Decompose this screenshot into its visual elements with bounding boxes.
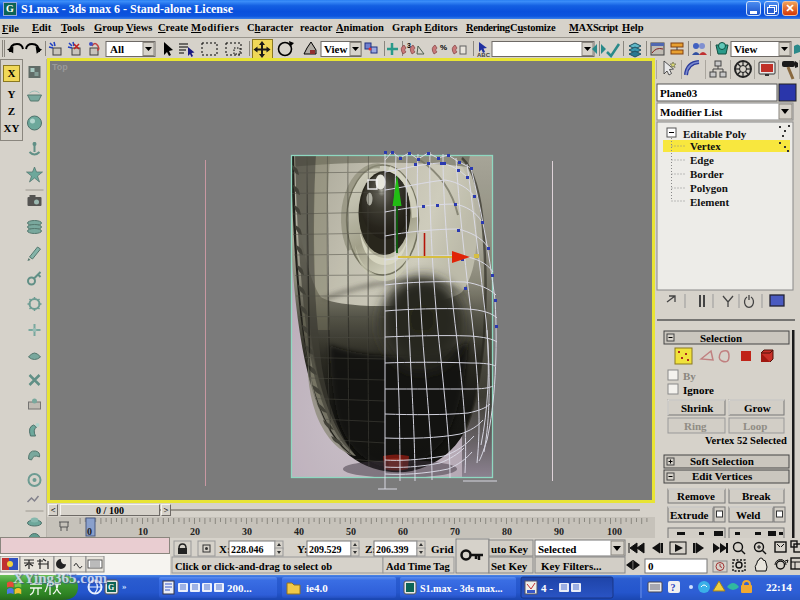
svg-text:Selection: Selection <box>700 332 742 344</box>
svg-text:70: 70 <box>450 526 460 537</box>
svg-text:Border: Border <box>690 168 724 180</box>
svg-text:0: 0 <box>87 526 92 537</box>
svg-text:Top: Top <box>52 62 68 72</box>
svg-text:0: 0 <box>648 560 654 572</box>
svg-text:Break: Break <box>742 490 771 502</box>
svg-text:G: G <box>108 583 114 592</box>
svg-text:ie4.0: ie4.0 <box>306 582 328 594</box>
svg-text:View: View <box>324 43 347 55</box>
svg-text:200...: 200... <box>227 582 252 594</box>
svg-text:Grow: Grow <box>744 402 771 414</box>
svg-text:Editable Poly: Editable Poly <box>683 128 747 140</box>
svg-text:50: 50 <box>346 526 356 537</box>
svg-text:209.529: 209.529 <box>309 544 342 555</box>
svg-text:Edit Vertices: Edit Vertices <box>692 470 753 482</box>
svg-text:%: % <box>440 43 447 52</box>
svg-text:Element: Element <box>690 196 729 208</box>
svg-text:228.046: 228.046 <box>231 544 264 555</box>
svg-text:206.399: 206.399 <box>376 544 409 555</box>
svg-text:4 -: 4 - <box>541 582 553 594</box>
svg-text:Remove: Remove <box>677 490 715 502</box>
svg-text:All: All <box>110 43 124 55</box>
svg-text:10: 10 <box>138 526 148 537</box>
svg-text:Polygon: Polygon <box>690 182 728 194</box>
svg-text:Soft Selection: Soft Selection <box>690 455 754 467</box>
svg-text:Weld: Weld <box>736 509 760 521</box>
svg-text:Plane03: Plane03 <box>660 87 698 99</box>
svg-text:»: » <box>122 581 127 591</box>
svg-text:Y:: Y: <box>297 543 308 555</box>
svg-text:22:14: 22:14 <box>766 581 792 593</box>
svg-text:80: 80 <box>502 526 512 537</box>
svg-text:By: By <box>683 370 696 382</box>
svg-text:Ring: Ring <box>684 420 707 432</box>
svg-text:View: View <box>734 43 757 55</box>
svg-text:Set Key: Set Key <box>491 560 528 572</box>
svg-text:uto Key: uto Key <box>491 543 528 555</box>
svg-text:30: 30 <box>242 526 252 537</box>
svg-text:100: 100 <box>607 526 622 537</box>
svg-text:Modifier List: Modifier List <box>660 106 723 118</box>
svg-text:Shrink: Shrink <box>681 402 714 414</box>
svg-text:Selected: Selected <box>538 543 576 555</box>
svg-text:Add Time Tag: Add Time Tag <box>386 561 451 572</box>
svg-text:60: 60 <box>398 526 408 537</box>
svg-text:Click or click-and-drag to sel: Click or click-and-drag to select ob <box>175 561 332 572</box>
svg-text:Loop: Loop <box>743 420 767 432</box>
svg-text:40: 40 <box>294 526 304 537</box>
svg-text:?: ? <box>671 582 676 593</box>
svg-text:90: 90 <box>554 526 564 537</box>
svg-text:Key Filters...: Key Filters... <box>541 560 602 572</box>
svg-text:Edge: Edge <box>690 154 714 166</box>
svg-text:S1.max - 3ds max...: S1.max - 3ds max... <box>420 583 503 594</box>
svg-text:Ignore: Ignore <box>683 384 714 396</box>
svg-text:Extrude: Extrude <box>670 509 709 521</box>
svg-text:20: 20 <box>190 526 200 537</box>
svg-text:Vertex: Vertex <box>690 140 721 152</box>
svg-text:Vertex 52 Selected: Vertex 52 Selected <box>705 435 787 446</box>
